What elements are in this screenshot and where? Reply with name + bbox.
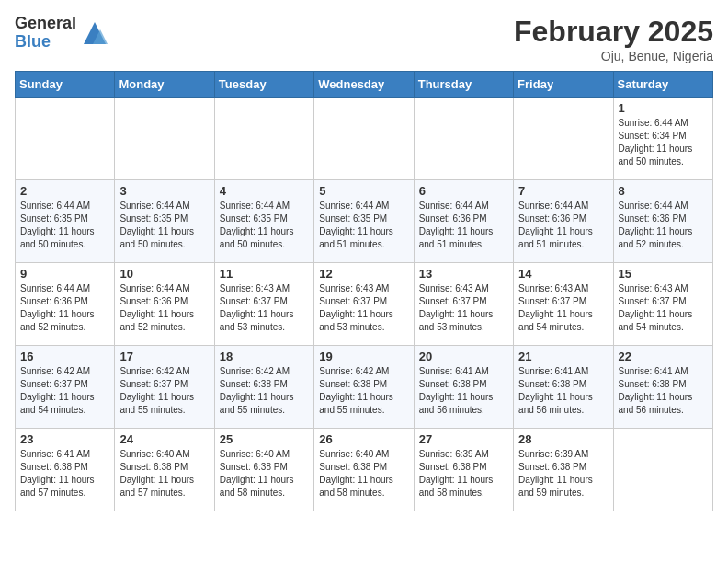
title-section: February 2025 Oju, Benue, Nigeria [514,15,713,63]
day-number: 9 [20,267,109,281]
day-number: 1 [619,101,708,115]
day-header-sunday: Sunday [16,72,115,98]
calendar-cell: 8Sunrise: 6:44 AMSunset: 6:36 PMDaylight… [613,180,712,263]
calendar-cell: 20Sunrise: 6:41 AMSunset: 6:38 PMDayligh… [414,346,513,429]
logo-icon [80,18,109,48]
day-number: 23 [20,432,109,446]
day-info: Sunrise: 6:42 AMSunset: 6:37 PMDaylight:… [119,365,209,417]
calendar-cell: 24Sunrise: 6:40 AMSunset: 6:38 PMDayligh… [115,429,214,511]
calendar-cell [214,98,313,180]
calendar-cell: 21Sunrise: 6:41 AMSunset: 6:38 PMDayligh… [514,346,613,429]
day-number: 7 [518,184,608,198]
calendar-cell [16,98,115,180]
day-number: 3 [119,184,209,198]
day-number: 28 [518,432,608,446]
calendar-cell: 1Sunrise: 6:44 AMSunset: 6:34 PMDaylight… [613,98,712,180]
day-header-wednesday: Wednesday [314,72,414,98]
day-info: Sunrise: 6:44 AMSunset: 6:35 PMDaylight:… [220,200,309,251]
day-info: Sunrise: 6:41 AMSunset: 6:38 PMDaylight:… [20,448,109,500]
calendar-week-1: 1Sunrise: 6:44 AMSunset: 6:34 PMDaylight… [16,98,713,180]
day-header-tuesday: Tuesday [214,72,313,98]
day-number: 14 [518,267,608,281]
day-info: Sunrise: 6:43 AMSunset: 6:37 PMDaylight:… [319,282,408,334]
calendar-cell: 14Sunrise: 6:43 AMSunset: 6:37 PMDayligh… [514,263,613,346]
day-header-thursday: Thursday [414,72,513,98]
calendar-cell: 6Sunrise: 6:44 AMSunset: 6:36 PMDaylight… [414,180,513,263]
calendar-cell: 15Sunrise: 6:43 AMSunset: 6:37 PMDayligh… [613,263,712,346]
calendar-week-4: 16Sunrise: 6:42 AMSunset: 6:37 PMDayligh… [16,346,713,429]
day-info: Sunrise: 6:44 AMSunset: 6:34 PMDaylight:… [619,117,708,168]
calendar-cell: 5Sunrise: 6:44 AMSunset: 6:35 PMDaylight… [314,180,414,263]
logo-general-text: General [15,15,76,33]
calendar-cell: 2Sunrise: 6:44 AMSunset: 6:35 PMDaylight… [16,180,115,263]
calendar-cell: 18Sunrise: 6:42 AMSunset: 6:38 PMDayligh… [214,346,313,429]
day-number: 10 [119,267,209,281]
day-info: Sunrise: 6:43 AMSunset: 6:37 PMDaylight:… [220,282,309,334]
day-number: 17 [119,350,209,363]
day-info: Sunrise: 6:42 AMSunset: 6:37 PMDaylight:… [20,365,109,417]
day-header-saturday: Saturday [613,72,712,98]
logo-blue-text: Blue [15,33,76,52]
logo: General Blue [15,15,109,52]
calendar-cell: 25Sunrise: 6:40 AMSunset: 6:38 PMDayligh… [214,429,313,511]
calendar-cell [613,429,712,511]
day-number: 8 [619,184,708,198]
calendar-week-2: 2Sunrise: 6:44 AMSunset: 6:35 PMDaylight… [16,180,713,263]
day-info: Sunrise: 6:39 AMSunset: 6:38 PMDaylight:… [518,448,608,500]
location-text: Oju, Benue, Nigeria [514,49,713,63]
day-header-monday: Monday [115,72,214,98]
day-number: 13 [419,267,508,281]
calendar-cell: 4Sunrise: 6:44 AMSunset: 6:35 PMDaylight… [214,180,313,263]
calendar-cell: 26Sunrise: 6:40 AMSunset: 6:38 PMDayligh… [314,429,414,511]
day-number: 26 [319,432,408,446]
day-number: 22 [619,350,708,363]
day-number: 18 [220,350,309,363]
calendar-cell: 28Sunrise: 6:39 AMSunset: 6:38 PMDayligh… [514,429,613,511]
calendar-cell: 17Sunrise: 6:42 AMSunset: 6:37 PMDayligh… [115,346,214,429]
day-info: Sunrise: 6:39 AMSunset: 6:38 PMDaylight:… [419,448,508,500]
day-info: Sunrise: 6:40 AMSunset: 6:38 PMDaylight:… [119,448,209,500]
day-number: 27 [419,432,508,446]
day-info: Sunrise: 6:43 AMSunset: 6:37 PMDaylight:… [419,282,508,334]
calendar-cell: 16Sunrise: 6:42 AMSunset: 6:37 PMDayligh… [16,346,115,429]
calendar-week-3: 9Sunrise: 6:44 AMSunset: 6:36 PMDaylight… [16,263,713,346]
day-info: Sunrise: 6:42 AMSunset: 6:38 PMDaylight:… [319,365,408,417]
calendar-cell [514,98,613,180]
day-number: 19 [319,350,408,363]
page-header: General Blue February 2025 Oju, Benue, N… [15,15,713,63]
day-info: Sunrise: 6:41 AMSunset: 6:38 PMDaylight:… [619,365,708,417]
calendar-cell: 22Sunrise: 6:41 AMSunset: 6:38 PMDayligh… [613,346,712,429]
calendar-cell: 19Sunrise: 6:42 AMSunset: 6:38 PMDayligh… [314,346,414,429]
day-info: Sunrise: 6:40 AMSunset: 6:38 PMDaylight:… [319,448,408,500]
day-info: Sunrise: 6:44 AMSunset: 6:36 PMDaylight:… [619,200,708,251]
calendar-cell: 13Sunrise: 6:43 AMSunset: 6:37 PMDayligh… [414,263,513,346]
day-number: 2 [20,184,109,198]
day-info: Sunrise: 6:44 AMSunset: 6:36 PMDaylight:… [518,200,608,251]
calendar-cell [314,98,414,180]
day-info: Sunrise: 6:44 AMSunset: 6:35 PMDaylight:… [20,200,109,251]
day-number: 24 [119,432,209,446]
day-number: 16 [20,350,109,363]
calendar-cell: 3Sunrise: 6:44 AMSunset: 6:35 PMDaylight… [115,180,214,263]
day-number: 4 [220,184,309,198]
day-number: 20 [419,350,508,363]
day-info: Sunrise: 6:42 AMSunset: 6:38 PMDaylight:… [220,365,309,417]
day-info: Sunrise: 6:43 AMSunset: 6:37 PMDaylight:… [619,282,708,334]
calendar-cell: 9Sunrise: 6:44 AMSunset: 6:36 PMDaylight… [16,263,115,346]
calendar-cell: 23Sunrise: 6:41 AMSunset: 6:38 PMDayligh… [16,429,115,511]
day-number: 12 [319,267,408,281]
day-info: Sunrise: 6:44 AMSunset: 6:36 PMDaylight:… [20,282,109,334]
day-number: 11 [220,267,309,281]
day-number: 6 [419,184,508,198]
calendar-cell [115,98,214,180]
calendar-table: SundayMondayTuesdayWednesdayThursdayFrid… [15,71,713,511]
day-info: Sunrise: 6:40 AMSunset: 6:38 PMDaylight:… [220,448,309,500]
day-number: 21 [518,350,608,363]
day-number: 25 [220,432,309,446]
calendar-cell: 12Sunrise: 6:43 AMSunset: 6:37 PMDayligh… [314,263,414,346]
calendar-cell: 10Sunrise: 6:44 AMSunset: 6:36 PMDayligh… [115,263,214,346]
day-info: Sunrise: 6:41 AMSunset: 6:38 PMDaylight:… [518,365,608,417]
day-info: Sunrise: 6:44 AMSunset: 6:35 PMDaylight:… [119,200,209,251]
day-info: Sunrise: 6:41 AMSunset: 6:38 PMDaylight:… [419,365,508,417]
calendar-week-5: 23Sunrise: 6:41 AMSunset: 6:38 PMDayligh… [16,429,713,511]
